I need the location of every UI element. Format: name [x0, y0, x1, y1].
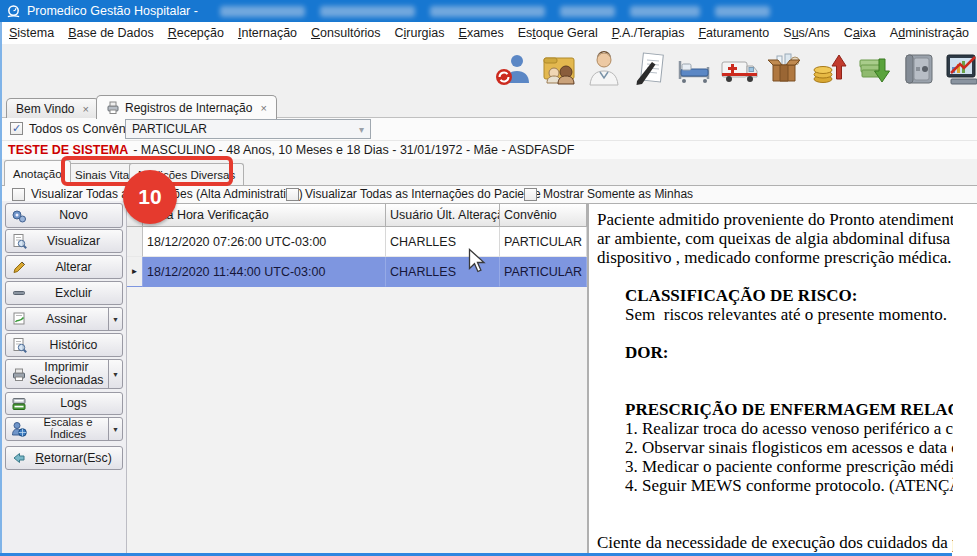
doc-heading: CLASSIFICAÇÃO DE RISCO:	[597, 286, 953, 305]
column-header-agreement[interactable]: Convênio	[500, 204, 587, 226]
prescription-icon[interactable]	[629, 49, 669, 89]
menu-item-recepcao[interactable]: Recepção	[161, 26, 231, 40]
signature-icon	[9, 311, 29, 327]
novo-button[interactable]: Novo	[5, 203, 123, 228]
cell-agreement[interactable]: PARTICULAR	[500, 227, 587, 257]
option-label: Mostrar Somente as Minhas	[543, 187, 693, 201]
doc-heading: PRESCRIÇÃO DE ENFERMAGEM RELACIONA	[597, 400, 953, 419]
log-icon	[9, 396, 29, 412]
menu-item-estoque-geral[interactable]: Estoque Geral	[511, 26, 605, 40]
excluir-button[interactable]: Excluir	[5, 281, 123, 305]
option-only-mine[interactable]: Mostrar Somente as Minhas	[524, 187, 693, 201]
doc-line: Sem riscos relevantes até o presente mom…	[597, 305, 953, 324]
menu-item-base-de-dados[interactable]: Base de Dados	[61, 26, 160, 40]
tab-label: Bem Vindo	[16, 102, 74, 116]
patient-info-bar: TESTE DE SISTEMA - MASCULINO - 48 Anos, …	[0, 140, 977, 159]
doc-line: Ciente da necessidade de execução dos cu…	[597, 533, 953, 552]
agreement-dropdown[interactable]: PARTICULAR ▾	[125, 119, 371, 139]
column-header-user[interactable]: Usuário Últ. Alteração	[386, 204, 500, 226]
menu-item-pa-terapias[interactable]: P.A./Terapias	[605, 26, 692, 40]
tab-label: Registros de Internação	[125, 101, 252, 115]
column-header-datetime[interactable]: Data Hora Verificação	[143, 204, 386, 226]
menu-item-cirurgias[interactable]: Cirurgias	[388, 26, 452, 40]
patients-folder-icon[interactable]	[539, 49, 579, 89]
option-label: Visualizar Todas as Internações do Pacie…	[305, 187, 541, 201]
checkbox-icon[interactable]	[286, 188, 299, 201]
printer-icon	[106, 101, 120, 114]
doc-line: 1. Realizar troca do acesso venoso perif…	[597, 419, 953, 438]
pencil-icon	[9, 259, 29, 275]
menu-item-sus-ans[interactable]: Sus/Ans	[776, 26, 837, 40]
doc-line: Paciente admitido proveniente do Pronto …	[597, 210, 953, 229]
checkbox-icon[interactable]	[524, 188, 537, 201]
menu-item-caixa[interactable]: Caixa	[837, 26, 883, 40]
doc-line	[597, 381, 953, 400]
printer-icon	[9, 366, 29, 382]
menu-item-administracao[interactable]: Administração	[883, 26, 976, 40]
window-left-border	[0, 22, 2, 556]
alterar-button[interactable]: Alterar	[5, 255, 123, 279]
actions-sidebar: Novo Visualizar Alterar Excluir Assinar …	[2, 201, 127, 553]
tab-bem-vindo[interactable]: Bem Vindo ×	[6, 98, 99, 118]
logs-button[interactable]: Logs	[5, 392, 123, 415]
tab-anotacao[interactable]: Anotação	[4, 160, 71, 186]
imprimir-selecionadas-button[interactable]: Imprimir Selecionadas ▼	[5, 359, 123, 389]
retornar-button[interactable]: Retornar(Esc)	[5, 446, 123, 470]
redacted-title-text	[220, 6, 770, 17]
hospital-bed-icon[interactable]	[674, 49, 714, 89]
checkbox-icon[interactable]	[12, 188, 25, 201]
assinar-button[interactable]: Assinar ▼	[5, 307, 123, 331]
minus-icon	[9, 285, 29, 301]
ambulance-icon[interactable]	[719, 49, 759, 89]
cell-datetime[interactable]: 18/12/2020 11:44:00 UTC-03:00	[143, 257, 386, 287]
document-search-icon	[9, 233, 29, 249]
tab-registros-de-internacao[interactable]: Registros de Internação ×	[96, 95, 277, 119]
money-in-icon[interactable]	[809, 49, 849, 89]
menu-item-faturamento[interactable]: Faturamento	[691, 26, 776, 40]
visualizar-button[interactable]: Visualizar	[5, 229, 123, 253]
terminal-icon[interactable]	[944, 49, 977, 89]
cell-user[interactable]: CHARLLES	[386, 257, 500, 287]
safe-icon[interactable]	[899, 49, 939, 89]
doc-line: dispositivo , medicado conforme prescriç…	[597, 248, 953, 267]
doc-line	[597, 362, 953, 381]
users-sync-icon[interactable]	[494, 49, 534, 89]
menu-item-internacao[interactable]: Internação	[231, 26, 304, 40]
menu-item-consultorios[interactable]: Consultórios	[304, 26, 387, 40]
escalas-e-indices-button[interactable]: Escalas e Índices ▼	[5, 417, 123, 441]
evolution-text-panel[interactable]: Paciente admitido proveniente do Pronto …	[588, 203, 977, 553]
menu-bar: Sistema Base de Dados Recepção Internaçã…	[2, 22, 977, 44]
cell-user[interactable]: CHARLLES	[386, 227, 500, 257]
close-icon[interactable]: ×	[260, 102, 266, 114]
table-row-selected[interactable]: ► 18/12/2020 11:44:00 UTC-03:00 CHARLLES…	[127, 257, 587, 287]
doc-line: 3. Medicar o paciente conforme prescriçã…	[597, 457, 953, 476]
doctor-icon[interactable]	[584, 49, 624, 89]
chevron-down-icon: ▾	[359, 124, 364, 135]
historico-button[interactable]: Histórico	[5, 333, 123, 357]
row-gutter	[127, 227, 143, 257]
current-row-marker-icon: ►	[131, 267, 139, 276]
doc-line: 4. Seguir MEWS conforme protocolo. (ATEN…	[597, 476, 953, 495]
doc-line	[597, 267, 953, 286]
toolbar-icons	[494, 49, 977, 89]
gears-icon	[9, 208, 29, 224]
table-row[interactable]: 18/12/2020 07:26:00 UTC-03:00 CHARLLES P…	[127, 227, 587, 257]
money-out-icon[interactable]	[854, 49, 894, 89]
menu-item-exames[interactable]: Exames	[452, 26, 511, 40]
option-all-admissions[interactable]: Visualizar Todas as Internações do Pacie…	[286, 187, 541, 201]
cell-agreement[interactable]: PARTICULAR	[500, 257, 587, 287]
split-arrow-icon[interactable]: ▼	[108, 360, 122, 388]
all-agreements-checkbox[interactable]: ✓	[10, 122, 23, 135]
split-arrow-icon[interactable]: ▼	[108, 308, 122, 330]
row-gutter: ►	[127, 257, 143, 287]
split-arrow-icon[interactable]: ▼	[108, 418, 122, 440]
menu-item-sistema[interactable]: Sistema	[2, 26, 61, 40]
title-bar: Promedico Gestão Hospitalar -	[0, 0, 977, 22]
records-table: Data Hora Verificação Usuário Últ. Alter…	[127, 203, 588, 553]
evolution-text: Paciente admitido proveniente do Pronto …	[597, 210, 953, 552]
supplies-box-icon[interactable]	[764, 49, 804, 89]
history-icon	[9, 337, 29, 353]
promedico-window: Promedico Gestão Hospitalar - Sistema Ba…	[0, 0, 977, 556]
cell-datetime[interactable]: 18/12/2020 07:26:00 UTC-03:00	[143, 227, 386, 257]
close-icon[interactable]: ×	[82, 103, 88, 115]
